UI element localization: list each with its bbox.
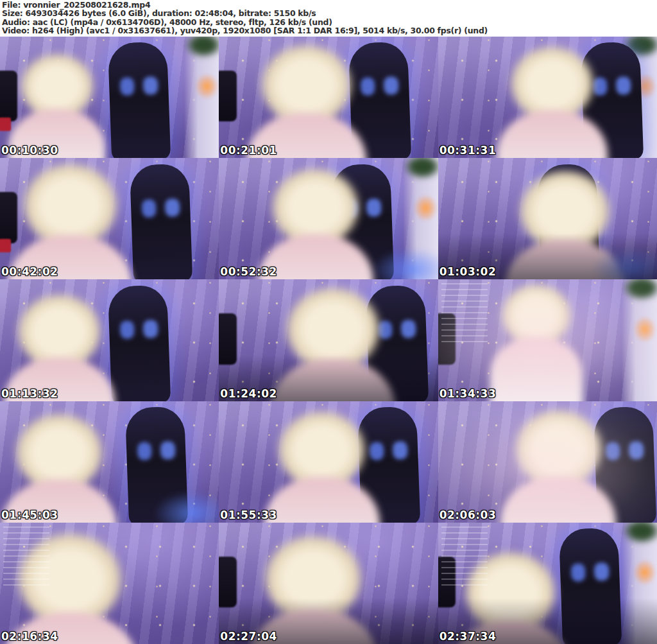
timestamp-overlay: 02:27:04 <box>220 630 277 643</box>
timestamp-overlay: 00:31:31 <box>439 144 497 157</box>
gaming-chair-shape <box>108 284 171 401</box>
media-info-header: File: vronnier_202508021628.mp4 Size: 64… <box>0 0 657 37</box>
video-thumbnail: 02:16:34 <box>0 523 219 644</box>
microphone-shape <box>0 192 17 243</box>
timestamp-overlay: 01:45:03 <box>1 509 58 521</box>
dark-bottom-overlay <box>438 158 657 279</box>
thumbnail-grid: 00:10:30 00:21:01 00:31:31 <box>0 37 657 644</box>
chat-overlay-blur <box>3 527 49 586</box>
video-thumbnail: 01:55:33 <box>219 401 438 523</box>
timestamp-overlay: 01:13:32 <box>1 387 58 400</box>
video-thumbnail: 01:13:32 <box>0 279 219 401</box>
video-thumbnail: 00:21:01 <box>219 37 438 158</box>
timestamp-overlay: 02:16:34 <box>1 630 58 643</box>
timestamp-overlay: 01:03:02 <box>439 265 497 278</box>
size-info-line: Size: 6493034426 bytes (6.0 GiB), durati… <box>2 9 655 17</box>
timestamp-overlay: 00:21:01 <box>220 144 277 157</box>
shelf-decoration <box>184 37 219 158</box>
video-thumbnail: 02:37:34 <box>438 523 657 644</box>
video-thumbnail: 00:31:31 <box>438 37 657 158</box>
timestamp-overlay: 00:42:02 <box>1 265 58 278</box>
audio-info-line: Audio: aac (LC) (mp4a / 0x6134706D), 480… <box>2 18 655 26</box>
video-thumbnail: 01:24:02 <box>219 279 438 401</box>
video-thumbnail: 00:10:30 <box>0 37 219 158</box>
timestamp-overlay: 01:55:33 <box>220 509 277 521</box>
chat-overlay-blur <box>441 283 488 342</box>
video-info-line: Video: h264 (High) (avc1 / 0x31637661), … <box>2 26 655 35</box>
timestamp-overlay: 01:34:33 <box>439 387 497 400</box>
video-thumbnail: 01:45:03 <box>0 401 219 523</box>
blue-glow-decoration <box>372 248 438 279</box>
video-thumbnail: 01:03:02 <box>438 158 657 279</box>
timestamp-overlay: 00:52:32 <box>220 265 277 278</box>
microphone-shape <box>219 71 236 121</box>
chat-overlay-blur <box>441 527 488 586</box>
video-thumbnail: 02:27:04 <box>219 523 438 644</box>
timestamp-overlay: 02:37:34 <box>439 630 497 643</box>
timestamp-overlay: 01:24:02 <box>220 387 277 400</box>
dark-bottom-overlay <box>219 523 438 644</box>
gaming-chair-shape <box>130 163 192 279</box>
blue-glow-decoration <box>153 491 219 523</box>
dark-bottom-overlay <box>219 279 438 401</box>
contact-sheet: File: vronnier_202508021628.mp4 Size: 64… <box>0 0 657 644</box>
gaming-chair-shape <box>108 42 171 158</box>
video-thumbnail: 02:06:03 <box>438 401 657 523</box>
timestamp-overlay: 02:06:03 <box>439 509 497 521</box>
video-thumbnail: 00:52:32 <box>219 158 438 279</box>
bright-overlay <box>438 401 657 523</box>
video-thumbnail: 00:42:02 <box>0 158 219 279</box>
video-thumbnail: 01:34:33 <box>438 279 657 401</box>
file-info-line: File: vronnier_202508021628.mp4 <box>2 1 655 9</box>
timestamp-overlay: 00:10:30 <box>1 144 58 157</box>
microphone-shape <box>0 71 17 121</box>
